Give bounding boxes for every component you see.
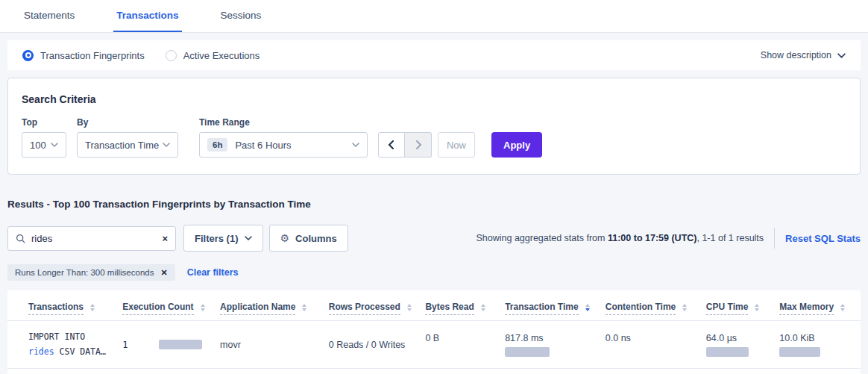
- radio-transaction-fingerprints[interactable]: Transaction Fingerprints: [22, 50, 145, 61]
- table-header-row: Transactions Execution Count Application…: [7, 290, 861, 321]
- column-header-contention-time[interactable]: Contention Time: [601, 290, 702, 321]
- time-range-select[interactable]: 6h Past 6 Hours: [199, 132, 368, 158]
- time-range-value: Past 6 Hours: [235, 140, 291, 151]
- chevron-down-icon: [837, 53, 846, 58]
- search-box[interactable]: ×: [7, 226, 176, 251]
- sort-icon[interactable]: [481, 304, 485, 311]
- sort-icon[interactable]: [682, 304, 687, 311]
- column-header-max-memory[interactable]: Max Memory: [775, 290, 861, 321]
- radio-unselected-icon[interactable]: [166, 50, 177, 61]
- chevron-left-icon: [387, 140, 396, 149]
- sql-line-2-rest: CSV DATA…: [54, 346, 106, 357]
- chevron-down-icon: [51, 143, 58, 147]
- reset-sql-stats-link[interactable]: Reset SQL Stats: [785, 233, 861, 244]
- cell-transaction-time: 817.8 ms: [500, 321, 601, 369]
- time-range-control: Time Range 6h Past 6 Hours: [199, 117, 368, 158]
- columns-button-label: Columns: [295, 233, 337, 244]
- chevron-right-icon: [414, 140, 423, 149]
- tab-statements[interactable]: Statements: [21, 0, 78, 32]
- column-header-cpu-time[interactable]: CPU Time: [702, 290, 776, 321]
- sql-table-link[interactable]: rides: [28, 346, 54, 357]
- max-memory-value: 10.0 KiB: [779, 333, 856, 343]
- tab-transactions[interactable]: Transactions: [113, 0, 181, 32]
- top-select[interactable]: 100: [22, 132, 66, 158]
- show-description-toggle[interactable]: Show description: [761, 50, 846, 60]
- apply-button[interactable]: Apply: [491, 132, 542, 158]
- column-header-rows-processed[interactable]: Rows Processed: [324, 290, 421, 321]
- radio-label: Active Executions: [183, 50, 260, 61]
- filter-pill[interactable]: Runs Longer Than: 300 milliseconds ✕: [7, 264, 175, 281]
- clear-search-icon[interactable]: ×: [162, 234, 168, 243]
- filters-button-label: Filters (1): [195, 233, 239, 244]
- column-header-bytes-read[interactable]: Bytes Read: [421, 290, 500, 321]
- transactions-table: Transactions Execution Count Application…: [7, 290, 861, 369]
- chevron-down-icon: [163, 143, 170, 147]
- sort-icon[interactable]: [302, 304, 306, 311]
- cell-transaction-fingerprint[interactable]: IMPORT INTO rides CSV DATA…: [7, 321, 118, 369]
- max-memory-bar: [779, 347, 820, 357]
- sort-icon[interactable]: [407, 304, 412, 311]
- radio-label: Transaction Fingerprints: [40, 50, 145, 61]
- transaction-time-value: 817.8 ms: [505, 333, 597, 343]
- sort-icon[interactable]: [840, 304, 845, 311]
- search-criteria-card: Search Criteria Top 100 By Transaction T…: [7, 78, 861, 175]
- time-next-button[interactable]: [405, 132, 432, 158]
- now-button[interactable]: Now: [438, 132, 475, 158]
- by-select[interactable]: Transaction Time: [77, 132, 178, 158]
- cell-bytes-read: 0 B: [421, 321, 500, 369]
- filters-button[interactable]: Filters (1): [183, 225, 263, 252]
- column-header-execution-count[interactable]: Execution Count: [118, 290, 216, 321]
- by-control: By Transaction Time: [77, 117, 199, 158]
- cell-application-name: movr: [216, 321, 324, 369]
- by-select-value: Transaction Time: [85, 140, 159, 151]
- search-input[interactable]: [31, 233, 162, 244]
- time-prev-button[interactable]: [378, 132, 405, 158]
- toolbar-divider: [774, 228, 775, 249]
- results-heading: Results - Top 100 Transaction Fingerprin…: [7, 199, 861, 210]
- cell-rows-processed: 0 Reads / 0 Writes: [324, 321, 421, 369]
- execution-count-bar: [159, 340, 202, 349]
- radio-active-executions[interactable]: Active Executions: [166, 50, 260, 61]
- stats-suffix: , 1-1 of 1 results: [696, 233, 764, 243]
- gear-icon: ⚙: [280, 232, 290, 244]
- cell-cpu-time: 64.0 µs: [702, 321, 776, 369]
- active-filters-row: Runs Longer Than: 300 milliseconds ✕ Cle…: [7, 264, 861, 281]
- aggregated-stats-text: Showing aggregated stats from 11:00 to 1…: [476, 233, 764, 243]
- cell-max-memory: 10.0 KiB: [775, 321, 861, 369]
- sort-icon[interactable]: [90, 304, 95, 311]
- tab-sessions[interactable]: Sessions: [218, 0, 265, 32]
- filter-pill-label: Runs Longer Than: 300 milliseconds: [15, 268, 154, 277]
- sort-icon-active-desc[interactable]: [585, 304, 590, 311]
- top-control: Top 100: [22, 117, 77, 158]
- sql-activity-tabbar: Statements Transactions Sessions: [0, 0, 868, 33]
- chevron-down-icon: [352, 143, 359, 147]
- columns-button[interactable]: ⚙ Columns: [269, 225, 348, 252]
- stats-prefix: Showing aggregated stats from: [476, 233, 608, 243]
- search-criteria-controls: Top 100 By Transaction Time Ti: [22, 117, 846, 158]
- view-radio-group: Transaction Fingerprints Active Executio…: [22, 50, 260, 61]
- sort-icon[interactable]: [755, 304, 759, 311]
- remove-filter-icon[interactable]: ✕: [160, 268, 167, 278]
- search-icon: [16, 234, 25, 243]
- table-row: IMPORT INTO rides CSV DATA… 1 movr 0 Rea…: [7, 321, 861, 369]
- sql-line-2: rides CSV DATA…: [28, 345, 113, 360]
- top-select-value: 100: [30, 140, 46, 151]
- show-description-label: Show description: [761, 50, 831, 60]
- sql-line-1: IMPORT INTO: [28, 330, 113, 345]
- by-label: By: [77, 117, 199, 128]
- chevron-down-icon: [245, 236, 252, 240]
- column-header-transactions[interactable]: Transactions: [7, 290, 118, 321]
- execution-count-value: 1: [122, 340, 128, 350]
- column-header-application-name[interactable]: Application Name: [216, 290, 324, 321]
- cpu-time-bar: [706, 347, 749, 357]
- column-header-transaction-time[interactable]: Transaction Time: [500, 290, 601, 321]
- time-nav-arrows: [378, 132, 432, 158]
- view-toggle-bar: Transaction Fingerprints Active Executio…: [7, 40, 861, 70]
- clear-filters-link[interactable]: Clear filters: [187, 267, 239, 278]
- radio-selected-icon[interactable]: [22, 50, 34, 61]
- cell-contention-time: 0.0 ns: [601, 321, 702, 369]
- sort-icon[interactable]: [201, 304, 205, 311]
- time-range-label: Time Range: [199, 117, 368, 128]
- transaction-time-bar: [505, 347, 550, 357]
- cpu-time-value: 64.0 µs: [706, 333, 771, 343]
